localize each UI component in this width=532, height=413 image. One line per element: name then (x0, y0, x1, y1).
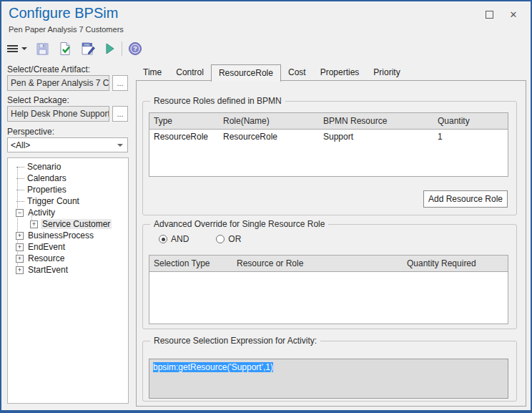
column-header-type[interactable]: Type (149, 113, 219, 129)
table-header: Selection Type Resource or Role Quantity… (149, 256, 508, 272)
validate-button[interactable] (58, 40, 72, 57)
add-resource-role-button[interactable]: Add Resource Role (423, 190, 508, 208)
toolbar: XML ? (7, 39, 142, 59)
perspective-dropdown[interactable]: <All> (7, 137, 128, 152)
page-title: Configure BPSim (9, 5, 118, 21)
or-radio-label: OR (228, 234, 241, 244)
configure-bpsim-dialog: Configure BPSim Pen Paper Analysis 7 Cus… (0, 0, 532, 413)
cell-role-name: ResourceRole (219, 130, 319, 144)
expression-group: Resource Selection Expression for Activi… (142, 341, 517, 402)
tree-item-properties[interactable]: Properties (8, 184, 128, 195)
close-button[interactable]: ✕ (506, 8, 521, 21)
expression-selected-text: bpsim:getResource('Support',1) (153, 362, 273, 372)
package-label: Select Package: (7, 95, 69, 105)
column-header-selection-type[interactable]: Selection Type (149, 256, 232, 271)
resource-roles-table[interactable]: Type Role(Name) BPMN Resource Quantity R… (149, 112, 508, 177)
tab-priority[interactable]: Priority (366, 64, 407, 81)
cell-type: ResourceRole (149, 130, 219, 144)
menu-icon (7, 44, 18, 54)
tab-resourcerole[interactable]: ResourceRole (211, 64, 281, 82)
edit-xml-button[interactable]: XML (81, 40, 96, 57)
advanced-override-group: Advanced Override for Single Resource Ro… (142, 224, 517, 329)
expression-textarea[interactable]: bpsim:getResource('Support',1) (149, 359, 508, 399)
tree-item-trigger-count[interactable]: Trigger Count (8, 195, 128, 207)
and-radio-label: AND (171, 234, 189, 244)
svg-text:XML: XML (84, 43, 91, 47)
chevron-down-icon (21, 47, 27, 50)
tree-item-activity[interactable]: − Activity (8, 207, 128, 218)
tree-item-businessprocess[interactable]: + BusinessProcess (8, 230, 128, 241)
resource-roles-group-title: Resource Roles defined in BPMN (150, 96, 285, 106)
menu-button[interactable] (7, 40, 27, 57)
chevron-down-icon (117, 144, 123, 147)
column-header-resource-or-role[interactable]: Resource or Role (232, 256, 403, 271)
tree-item-resource[interactable]: + Resource (8, 253, 128, 264)
tree-item-scenario[interactable]: Scenario (8, 161, 128, 173)
package-browse-button[interactable]: ... (112, 106, 128, 122)
resource-roles-group: Resource Roles defined in BPMN Type Role… (142, 101, 517, 215)
config-tabs: Time Control ResourceRole Cost Propertie… (136, 64, 408, 81)
cell-bpmn-resource: Support (319, 130, 433, 144)
expand-icon[interactable]: + (16, 255, 24, 263)
tab-control[interactable]: Control (169, 64, 211, 81)
column-header-role-name[interactable]: Role(Name) (219, 113, 319, 129)
column-header-quantity-required[interactable]: Quantity Required (403, 256, 508, 271)
tab-time[interactable]: Time (136, 64, 169, 81)
save-button[interactable] (36, 40, 49, 57)
help-button[interactable]: ? (128, 40, 142, 57)
artifact-label: Select/Create Artifact: (7, 64, 90, 74)
validate-icon (58, 42, 72, 56)
resourcerole-tab-panel: Resource Roles defined in BPMN Type Role… (136, 80, 526, 407)
expression-group-title: Resource Selection Expression for Activi… (150, 336, 320, 346)
collapse-icon[interactable]: − (16, 209, 24, 217)
perspective-label: Perspective: (7, 127, 54, 137)
or-radio[interactable] (216, 235, 225, 243)
column-header-quantity[interactable]: Quantity (433, 113, 508, 129)
expand-icon[interactable]: + (16, 266, 24, 274)
tree-item-calendars[interactable]: Calendars (8, 173, 128, 184)
table-header: Type Role(Name) BPMN Resource Quantity (149, 113, 508, 130)
column-header-bpmn-resource[interactable]: BPMN Resource (319, 113, 433, 129)
edit-xml-icon: XML (81, 42, 96, 56)
operator-radio-group: AND OR (159, 234, 241, 244)
run-icon (104, 42, 116, 55)
expand-icon[interactable]: + (30, 220, 38, 228)
tree-item-endevent[interactable]: + EndEvent (8, 241, 128, 253)
cell-quantity: 1 (433, 130, 508, 144)
perspective-value: <All> (11, 140, 30, 150)
maximize-icon (486, 11, 493, 19)
toolbar-separator (122, 42, 122, 56)
tab-cost[interactable]: Cost (281, 64, 313, 81)
svg-text:?: ? (133, 45, 137, 52)
artifact-field[interactable]: Pen & Paper Analysis 7 Cus (7, 75, 109, 91)
expand-icon[interactable]: + (16, 232, 24, 240)
table-row[interactable]: ResourceRole ResourceRole Support 1 (149, 130, 508, 144)
package-field[interactable]: Help Desk Phone Support Si (7, 106, 109, 122)
tree-item-startevent[interactable]: + StartEvent (8, 264, 128, 276)
tab-properties[interactable]: Properties (313, 64, 367, 81)
save-icon (36, 42, 49, 56)
expand-icon[interactable]: + (16, 243, 24, 251)
advanced-override-group-title: Advanced Override for Single Resource Ro… (150, 219, 328, 229)
maximize-button[interactable] (482, 8, 496, 21)
bpsim-config-tree[interactable]: Scenario Calendars Properties Trigger Co… (7, 157, 129, 404)
tree-item-service-customer[interactable]: + Service Customer (8, 218, 128, 230)
run-simulation-button[interactable] (104, 40, 116, 57)
override-table[interactable]: Selection Type Resource or Role Quantity… (149, 255, 508, 324)
artifact-browse-button[interactable]: ... (112, 75, 128, 91)
scenario-subtitle: Pen Paper Analysis 7 Customers (9, 25, 124, 34)
help-icon: ? (128, 42, 142, 56)
and-radio[interactable] (159, 235, 167, 243)
